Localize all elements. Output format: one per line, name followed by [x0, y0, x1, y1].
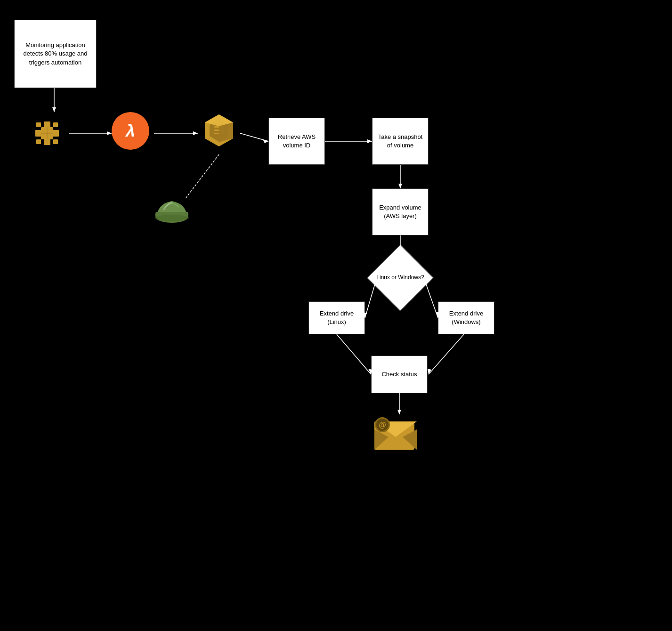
step-functions-icon — [26, 112, 68, 154]
ssm-icon — [198, 112, 240, 154]
svg-point-19 — [155, 215, 189, 221]
svg-rect-3 — [44, 121, 50, 128]
lambda-icon: λ — [112, 112, 154, 154]
svg-text:@: @ — [379, 421, 386, 429]
linux-box: Extend drive (Linux) — [308, 301, 365, 334]
monitoring-label: Monitoring application detects 80% usage… — [18, 41, 92, 67]
check-label: Check status — [381, 370, 417, 379]
decision-label: Linux or Windows? — [376, 274, 424, 282]
svg-marker-38 — [398, 184, 402, 188]
linux-label: Extend drive (Linux) — [313, 309, 361, 326]
svg-marker-50 — [397, 410, 401, 414]
retrieve-box: Retrieve AWS volume ID — [268, 118, 325, 165]
svg-marker-30 — [107, 131, 112, 135]
windows-box: Extend drive (Windows) — [438, 301, 494, 334]
svg-rect-8 — [53, 139, 58, 144]
monitoring-box: Monitoring application detects 80% usage… — [14, 20, 97, 88]
svg-line-33 — [240, 133, 268, 141]
svg-rect-5 — [36, 122, 41, 127]
svg-rect-6 — [53, 122, 58, 127]
email-icon: @ — [372, 414, 419, 452]
svg-marker-32 — [193, 131, 198, 135]
svg-marker-34 — [263, 139, 268, 143]
svg-rect-4 — [44, 138, 50, 145]
expand-label: Expand volume (AWS layer) — [376, 203, 424, 220]
expand-box: Expand volume (AWS layer) — [372, 188, 429, 235]
snapshot-box: Take a snapshot of volume — [372, 118, 429, 165]
decision-diamond-container: Linux or Windows? — [371, 254, 429, 301]
svg-line-47 — [429, 334, 464, 374]
windows-label: Extend drive (Windows) — [442, 309, 490, 326]
decision-diamond: Linux or Windows? — [367, 244, 433, 311]
svg-marker-28 — [52, 107, 56, 112]
svg-line-45 — [337, 334, 371, 374]
snapshot-label: Take a snapshot of volume — [376, 133, 424, 150]
svg-rect-1 — [35, 130, 42, 137]
check-status-box: Check status — [371, 356, 428, 393]
svg-rect-7 — [36, 139, 41, 144]
svg-rect-2 — [52, 130, 59, 137]
svg-marker-36 — [367, 139, 372, 143]
lambda-circle: λ — [112, 112, 149, 150]
retrieve-label: Retrieve AWS volume ID — [273, 133, 321, 150]
hardhat-icon — [151, 191, 193, 233]
lambda-symbol: λ — [126, 121, 135, 141]
svg-marker-48 — [428, 369, 431, 374]
